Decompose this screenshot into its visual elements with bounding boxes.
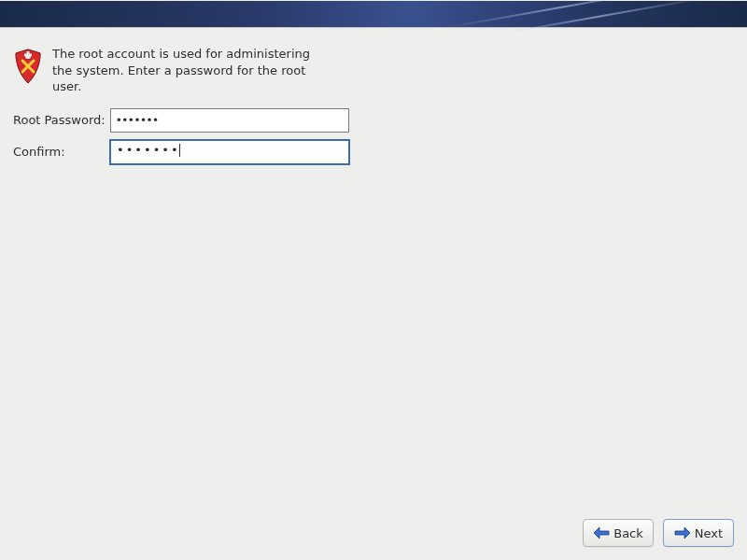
main-content: The root account is used for administeri… <box>0 28 747 164</box>
shield-icon <box>13 48 43 85</box>
confirm-password-row: Confirm: ••••••• <box>13 140 734 164</box>
root-password-input[interactable] <box>110 108 349 133</box>
intro-section: The root account is used for administeri… <box>13 46 734 95</box>
arrow-right-icon <box>674 526 691 539</box>
confirm-password-value: ••••••• <box>117 143 180 157</box>
navigation-button-bar: Back Next <box>583 519 734 547</box>
confirm-password-input[interactable]: ••••••• <box>110 140 349 164</box>
svg-rect-2 <box>24 54 32 57</box>
next-button[interactable]: Next <box>663 519 734 547</box>
root-password-label: Root Password: <box>13 113 110 127</box>
back-button-label: Back <box>613 526 643 540</box>
header-banner <box>0 0 747 28</box>
text-cursor <box>179 144 180 157</box>
next-button-label: Next <box>695 526 723 540</box>
intro-text: The root account is used for administeri… <box>52 46 323 95</box>
root-password-row: Root Password: <box>13 108 734 133</box>
back-button[interactable]: Back <box>583 519 654 547</box>
arrow-left-icon <box>593 526 610 539</box>
confirm-password-label: Confirm: <box>13 145 110 159</box>
